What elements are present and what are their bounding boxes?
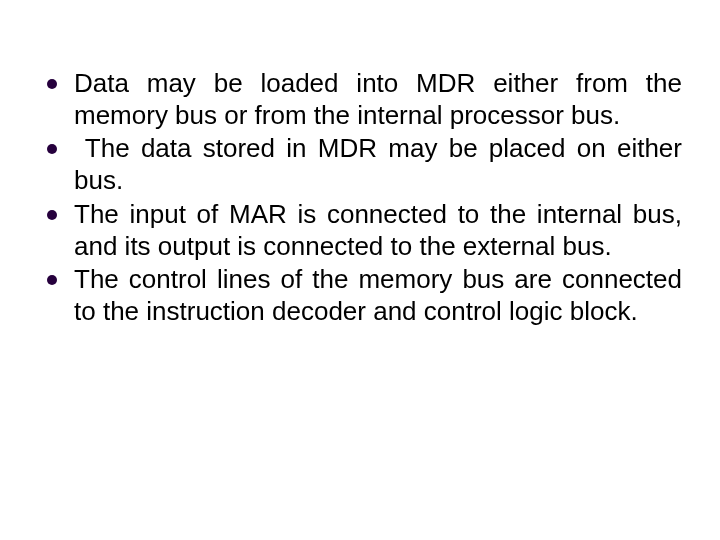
list-item: The data stored in MDR may be placed on …: [30, 133, 682, 196]
list-item: Data may be loaded into MDR either from …: [30, 68, 682, 131]
list-item: The input of MAR is connected to the int…: [30, 199, 682, 262]
list-item-text: The input of MAR is connected to the int…: [74, 199, 682, 262]
list-item: The control lines of the memory bus are …: [30, 264, 682, 327]
bullet-icon: [30, 68, 74, 89]
bullet-icon: [30, 133, 74, 154]
bullet-list: Data may be loaded into MDR either from …: [30, 68, 682, 328]
bullet-icon: [30, 264, 74, 285]
list-item-text: The control lines of the memory bus are …: [74, 264, 682, 327]
list-item-text: Data may be loaded into MDR either from …: [74, 68, 682, 131]
bullet-icon: [30, 199, 74, 220]
list-item-text: The data stored in MDR may be placed on …: [74, 133, 682, 196]
